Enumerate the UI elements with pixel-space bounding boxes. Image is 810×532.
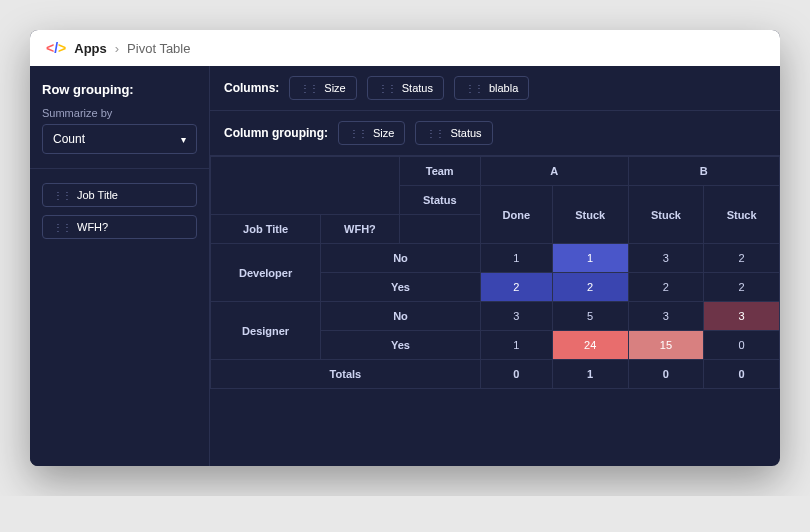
blank — [399, 215, 480, 244]
breadcrumb-page: Pivot Table — [127, 41, 190, 56]
wfh-cell: Yes — [321, 331, 481, 360]
summarize-label: Summarize by — [42, 107, 197, 119]
data-cell: 5 — [552, 302, 628, 331]
data-cell: 2 — [552, 273, 628, 302]
team-label: Team — [399, 157, 480, 186]
blank-corner — [211, 157, 400, 215]
columns-bar: Columns: ⋮⋮Size ⋮⋮Status ⋮⋮blabla — [210, 66, 780, 111]
row-chip-wfh[interactable]: ⋮⋮WFH? — [42, 215, 197, 239]
rowhdr-job: Job Title — [211, 215, 321, 244]
wfh-cell: No — [321, 244, 481, 273]
team-header-row: Team A B — [211, 157, 780, 186]
data-cell: 15 — [628, 331, 704, 360]
totals-label: Totals — [211, 360, 481, 389]
row-grouping-title: Row grouping: — [42, 82, 197, 97]
data-cell: 3 — [628, 302, 704, 331]
col-chip-size[interactable]: ⋮⋮Size — [289, 76, 356, 100]
app-logo: </> — [46, 40, 66, 56]
status-label: Status — [399, 186, 480, 215]
col-stuck-a: Stuck — [552, 186, 628, 244]
total-cell: 0 — [480, 360, 552, 389]
grip-icon: ⋮⋮ — [53, 190, 71, 201]
colgrp-chip-status[interactable]: ⋮⋮Status — [415, 121, 492, 145]
grip-icon: ⋮⋮ — [426, 128, 444, 139]
columns-label: Columns: — [224, 81, 279, 95]
row-chip-list: ⋮⋮Job Title ⋮⋮WFH? — [42, 183, 197, 239]
col-stuck-b2: Stuck — [704, 186, 780, 244]
summarize-select[interactable]: Count ▾ — [42, 124, 197, 154]
team-a: A — [480, 157, 628, 186]
summarize-value: Count — [53, 132, 85, 146]
total-cell: 0 — [704, 360, 780, 389]
table-row: DesignerNo3533 — [211, 302, 780, 331]
grip-icon: ⋮⋮ — [349, 128, 367, 139]
app-window: </> Apps › Pivot Table Row grouping: Sum… — [30, 30, 780, 466]
col-chip-status[interactable]: ⋮⋮Status — [367, 76, 444, 100]
chevron-down-icon: ▾ — [181, 134, 186, 145]
pivot-table: Team A B Status Done Stuck Stuck Stuck J… — [210, 156, 780, 389]
team-b: B — [628, 157, 779, 186]
grip-icon: ⋮⋮ — [378, 83, 396, 94]
row-chip-job-title[interactable]: ⋮⋮Job Title — [42, 183, 197, 207]
grip-icon: ⋮⋮ — [465, 83, 483, 94]
breadcrumb-root[interactable]: Apps — [74, 41, 107, 56]
top-bar: </> Apps › Pivot Table — [30, 30, 780, 66]
chevron-right-icon: › — [115, 41, 119, 56]
table-row: DeveloperNo1132 — [211, 244, 780, 273]
rowhdr-wfh: WFH? — [321, 215, 399, 244]
main-panel: Columns: ⋮⋮Size ⋮⋮Status ⋮⋮blabla Column… — [210, 66, 780, 466]
grip-icon: ⋮⋮ — [53, 222, 71, 233]
colgrp-chip-size[interactable]: ⋮⋮Size — [338, 121, 405, 145]
wfh-cell: Yes — [321, 273, 481, 302]
grip-icon: ⋮⋮ — [300, 83, 318, 94]
divider — [30, 168, 209, 169]
app-body: Row grouping: Summarize by Count ▾ ⋮⋮Job… — [30, 66, 780, 466]
data-cell: 3 — [704, 302, 780, 331]
col-stuck-b1: Stuck — [628, 186, 704, 244]
job-cell: Developer — [211, 244, 321, 302]
data-cell: 2 — [704, 244, 780, 273]
totals-row: Totals 0 1 0 0 — [211, 360, 780, 389]
total-cell: 1 — [552, 360, 628, 389]
col-grouping-label: Column grouping: — [224, 126, 328, 140]
data-cell: 1 — [552, 244, 628, 273]
data-cell: 0 — [704, 331, 780, 360]
col-chip-blabla[interactable]: ⋮⋮blabla — [454, 76, 529, 100]
col-grouping-bar: Column grouping: ⋮⋮Size ⋮⋮Status — [210, 111, 780, 156]
sidebar: Row grouping: Summarize by Count ▾ ⋮⋮Job… — [30, 66, 210, 466]
data-cell: 2 — [704, 273, 780, 302]
data-cell: 3 — [628, 244, 704, 273]
col-done: Done — [480, 186, 552, 244]
data-cell: 1 — [480, 331, 552, 360]
data-cell: 2 — [480, 273, 552, 302]
data-cell: 3 — [480, 302, 552, 331]
wfh-cell: No — [321, 302, 481, 331]
total-cell: 0 — [628, 360, 704, 389]
data-cell: 1 — [480, 244, 552, 273]
data-cell: 2 — [628, 273, 704, 302]
data-cell: 24 — [552, 331, 628, 360]
job-cell: Designer — [211, 302, 321, 360]
